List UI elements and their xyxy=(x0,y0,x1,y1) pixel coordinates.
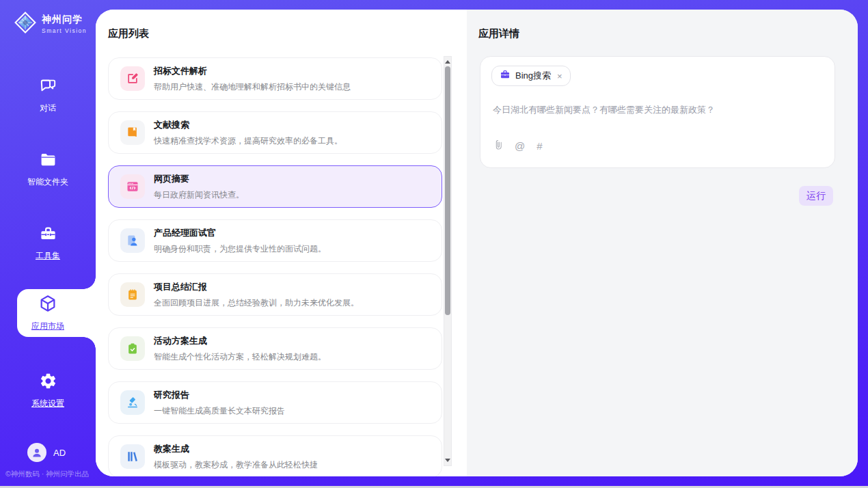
sidebar-item-label: 智能文件夹 xyxy=(27,176,68,188)
app-card-desc: 每日政府新闻资讯快查。 xyxy=(154,189,244,201)
tool-chip-label: Bing搜索 xyxy=(515,70,551,82)
run-button[interactable]: 运行 xyxy=(799,186,833,206)
book-icon xyxy=(120,120,145,145)
browser-code-icon xyxy=(120,174,145,199)
chat-icon xyxy=(39,77,57,98)
sidebar: 神州问学 Smart Vision 对话 智能文件夹 xyxy=(0,0,96,486)
app-list-panel: 应用列表 招标文件解析 帮助用户快速、准确地理解和解析招标书中的关键信息 xyxy=(96,10,467,476)
app-card-desc: 快速精准查找学术资源，提高研究效率的必备工具。 xyxy=(154,135,342,147)
app-card-list: 招标文件解析 帮助用户快速、准确地理解和解析招标书中的关键信息 文献搜索 快速精… xyxy=(108,57,442,476)
books-icon xyxy=(120,444,145,469)
app-detail-title: 应用详情 xyxy=(478,27,519,40)
sidebar-item-chat[interactable]: 对话 xyxy=(0,72,96,118)
hashtag-icon[interactable]: # xyxy=(537,140,542,152)
cube-icon xyxy=(38,294,57,316)
app-card-bid-parse[interactable]: 招标文件解析 帮助用户快速、准确地理解和解析招标书中的关键信息 xyxy=(108,57,442,100)
brand-logo: 神州问学 Smart Vision xyxy=(14,11,87,37)
tool-chip-bing-search[interactable]: Bing搜索 × xyxy=(491,66,571,86)
toolbox-icon xyxy=(39,224,57,245)
app-card-lesson-plan[interactable]: 教案生成 模板驱动，教案秒成，教学准备从此轻松快捷 xyxy=(108,435,442,476)
app-card-title: 产品经理面试官 xyxy=(154,227,326,239)
app-card-title: 教案生成 xyxy=(154,443,318,455)
prompt-input-card[interactable]: Bing搜索 × 今日湖北有哪些新闻要点？有哪些需要关注的最新政策？ @ xyxy=(480,56,835,168)
scroll-down-icon[interactable] xyxy=(445,459,450,462)
scrollbar[interactable] xyxy=(444,56,452,466)
sidebar-item-smart-folder[interactable]: 智能文件夹 xyxy=(0,146,96,191)
scroll-up-icon[interactable] xyxy=(445,60,450,64)
app-card-web-summary[interactable]: 网页摘要 每日政府新闻资讯快查。 xyxy=(108,165,442,208)
app-card-desc: 明确身份和职责，为您提供专业性的面试问题。 xyxy=(154,243,326,255)
microscope-icon xyxy=(120,390,145,415)
edit-square-icon xyxy=(120,66,145,91)
app-card-project-summary[interactable]: 项目总结汇报 全面回顾项目进展，总结经验教训，助力未来优化发展。 xyxy=(108,273,442,316)
app-card-title: 文献搜索 xyxy=(154,119,342,131)
prompt-text[interactable]: 今日湖北有哪些新闻要点？有哪些需要关注的最新政策？ xyxy=(493,104,821,116)
brand-subtitle: Smart Vision xyxy=(42,27,87,34)
sidebar-item-label: 应用市场 xyxy=(31,321,64,332)
app-card-desc: 智能生成个性化活动方案，轻松解决规划难题。 xyxy=(154,351,326,363)
app-card-desc: 帮助用户快速、准确地理解和解析招标书中的关键信息 xyxy=(154,81,351,93)
app-list-title: 应用列表 xyxy=(108,27,149,40)
app-card-title: 活动方案生成 xyxy=(154,335,326,347)
app-card-literature-search[interactable]: 文献搜索 快速精准查找学术资源，提高研究效率的必备工具。 xyxy=(108,111,442,154)
app-detail-panel: 应用详情 Bing搜索 × 今日湖北有哪些新闻要点？有哪些需要关注的最新政 xyxy=(467,10,858,476)
briefcase-icon xyxy=(500,69,511,83)
input-toolbar: @ # xyxy=(493,139,543,153)
sidebar-item-label: 工具集 xyxy=(36,250,60,262)
gear-icon xyxy=(39,372,57,393)
interviewer-icon xyxy=(120,228,145,253)
app-card-event-plan[interactable]: 活动方案生成 智能生成个性化活动方案，轻松解决规划难题。 xyxy=(108,327,442,370)
sidebar-item-system-settings[interactable]: 系统设置 xyxy=(0,368,96,413)
paperclip-icon[interactable] xyxy=(493,139,503,153)
sidebar-item-label: 系统设置 xyxy=(31,398,64,409)
sidebar-item-app-market[interactable]: 应用市场 xyxy=(0,290,96,336)
app-window: 神州问学 Smart Vision 对话 智能文件夹 xyxy=(0,0,868,488)
app-card-title: 项目总结汇报 xyxy=(154,281,359,293)
app-card-pm-interviewer[interactable]: 产品经理面试官 明确身份和职责，为您提供专业性的面试问题。 xyxy=(108,219,442,262)
sidebar-item-toolset[interactable]: 工具集 xyxy=(0,220,96,265)
app-card-desc: 全面回顾项目进展，总结经验教训，助力未来优化发展。 xyxy=(154,297,359,309)
diamond-logo-icon xyxy=(14,11,37,37)
copyright-footer: ©神州数码 · 神州问学出品 xyxy=(5,470,89,479)
app-card-title: 网页摘要 xyxy=(154,173,244,185)
close-icon[interactable]: × xyxy=(557,71,562,81)
app-card-desc: 一键智能生成高质量长文本研究报告 xyxy=(154,405,285,417)
content-area: 应用列表 招标文件解析 帮助用户快速、准确地理解和解析招标书中的关键信息 xyxy=(96,10,858,476)
app-card-title: 研究报告 xyxy=(154,389,285,401)
clipboard-check-icon xyxy=(120,336,145,361)
scrollbar-thumb[interactable] xyxy=(445,66,450,315)
mention-icon[interactable]: @ xyxy=(515,140,525,152)
folder-icon xyxy=(39,150,57,172)
app-card-title: 招标文件解析 xyxy=(154,65,351,77)
notepad-icon xyxy=(120,282,145,307)
app-card-desc: 模板驱动，教案秒成，教学准备从此轻松快捷 xyxy=(154,459,318,471)
user-profile[interactable]: AD xyxy=(27,443,66,462)
avatar xyxy=(27,443,46,462)
app-card-research-report[interactable]: 研究报告 一键智能生成高质量长文本研究报告 xyxy=(108,381,442,424)
brand-name: 神州问学 xyxy=(42,14,87,26)
sidebar-item-label: 对话 xyxy=(40,103,56,114)
user-name: AD xyxy=(53,448,66,458)
